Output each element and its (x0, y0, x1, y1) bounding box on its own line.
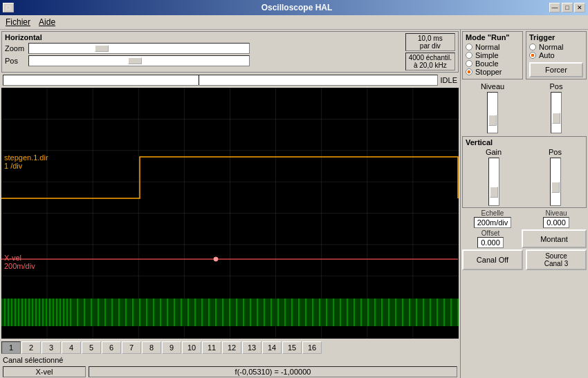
ch-btn-8[interactable]: 8 (142, 341, 161, 354)
title-bar: □ Oscilloscope HAL — □ ✕ (0, 0, 588, 15)
ch-btn-4[interactable]: 4 (62, 341, 81, 354)
ch-btn-7[interactable]: 7 (122, 341, 141, 354)
maximize-button[interactable]: □ (562, 3, 573, 12)
ch-btn-3[interactable]: 3 (42, 341, 61, 354)
trigger-section: Trigger Normal Auto Forcer (526, 31, 587, 79)
radio-trigger-auto[interactable] (529, 52, 536, 59)
mode-normal: Normal (475, 43, 499, 51)
trigger-pos-thumb[interactable] (552, 113, 560, 124)
echelle-value: 200m/div (474, 217, 512, 228)
zoom-label: Zoom (5, 44, 26, 53)
minimize-button[interactable]: — (549, 3, 560, 12)
niveau-slider-label: Niveau (481, 82, 504, 91)
mode-trigger-row: Mode "Run" Normal Simple Boucle Stopper (462, 31, 587, 79)
ch-btn-14[interactable]: 14 (262, 341, 282, 354)
vert-pos-thumb[interactable] (551, 182, 560, 193)
window-icon: □ (3, 3, 14, 12)
vertical-sliders: Gain Pos (466, 148, 583, 206)
pos-thumb[interactable] (128, 57, 142, 64)
vertical-section: Vertical Gain Pos (462, 136, 587, 208)
offset-label: Offset (481, 229, 500, 237)
menu-fichier[interactable]: Fichier (1, 16, 35, 28)
ch-btn-2[interactable]: 2 (21, 341, 41, 354)
trigger-pos-slider[interactable] (551, 92, 562, 133)
ch-btn-16[interactable]: 16 (302, 341, 322, 354)
gain-thumb[interactable] (490, 187, 498, 198)
right-panel: Mode "Run" Normal Simple Boucle Stopper (460, 30, 588, 378)
time-per-div: 10,0 ms par div (405, 33, 455, 51)
niveau-slider-container: Niveau (462, 82, 523, 133)
menu-bar: Fichier Aide (0, 15, 588, 30)
mode-stopper: Stopper (475, 68, 502, 76)
grid-svg (1, 88, 459, 339)
radio-normal[interactable] (466, 44, 472, 50)
trigger-label: Trigger (529, 33, 583, 41)
ch-btn-6[interactable]: 6 (102, 341, 121, 354)
horizontal-label: Horizontal (5, 33, 250, 41)
echelle-label: Echelle (481, 209, 504, 217)
ch1-label: stepgen.1.dir 1 /div (4, 153, 48, 170)
niveau-value: 0.000 (543, 217, 569, 228)
trigger-normal: Normal (539, 43, 563, 51)
canal-selectionne: Canal sélectionné (0, 355, 460, 365)
vert-pos-slider-container: Pos (527, 148, 583, 206)
menu-aide[interactable]: Aide (35, 16, 59, 28)
samples-info: 4000 échantil. à 20,0 kHz (405, 53, 455, 70)
ch-btn-12[interactable]: 12 (222, 341, 241, 354)
horizontal-section: Horizontal Zoom Pos 10 (1, 31, 459, 73)
niveau-label: Niveau (545, 209, 567, 217)
svg-point-17 (214, 257, 218, 261)
trigger-pos-slider-container: Pos (526, 82, 587, 133)
ch-btn-11[interactable]: 11 (202, 341, 221, 354)
pos-slider[interactable] (28, 55, 250, 66)
left-panel: Horizontal Zoom Pos 10 (0, 30, 460, 378)
ch-btn-13[interactable]: 13 (242, 341, 261, 354)
niveau-thumb[interactable] (488, 115, 497, 126)
vert-pos-slider[interactable] (550, 158, 561, 206)
channel-buttons: 1 2 3 4 5 6 7 8 9 10 11 12 13 14 15 16 (0, 340, 460, 355)
formula-display: f(-0,05310) = -1,00000 (89, 366, 457, 377)
gain-slider-container: Gain (466, 148, 522, 206)
ch-btn-9[interactable]: 9 (162, 341, 181, 354)
forcer-button[interactable]: Forcer (529, 62, 583, 77)
radio-simple[interactable] (466, 52, 472, 59)
mode-simple: Simple (475, 51, 499, 59)
trigger-sliders: Niveau Pos (462, 81, 587, 135)
radio-stopper[interactable] (466, 68, 472, 75)
bottom-controls: Echelle 200m/div Niveau 0.000 Offset 0.0… (462, 209, 587, 270)
window-title: Oscilloscope HAL (44, 3, 549, 12)
montant-button[interactable]: Montant (522, 229, 587, 248)
status-line (3, 75, 438, 86)
channel-name-display: X-vel (3, 366, 86, 377)
ch-btn-5[interactable]: 5 (82, 341, 101, 354)
gain-slider[interactable] (488, 158, 499, 206)
bottom-channels: 1 2 3 4 5 6 7 8 9 10 11 12 13 14 15 16 C… (0, 340, 460, 378)
ch-btn-10[interactable]: 10 (182, 341, 201, 354)
status-row: IDLE (0, 74, 460, 86)
trigger-pos-label: Pos (550, 82, 563, 91)
radio-trigger-normal[interactable] (529, 44, 536, 50)
canal-off-button[interactable]: Canal Off (462, 249, 523, 270)
cursor-line (199, 75, 199, 85)
zoom-slider[interactable] (28, 43, 250, 54)
source-canal-button[interactable]: Source Canal 3 (526, 249, 587, 270)
zoom-thumb[interactable] (95, 45, 109, 52)
mode-section: Mode "Run" Normal Simple Boucle Stopper (462, 31, 523, 79)
pos-label: Pos (5, 57, 26, 65)
ch-btn-1[interactable]: 1 (1, 341, 21, 354)
mode-label: Mode "Run" (466, 33, 520, 41)
close-button[interactable]: ✕ (574, 3, 585, 12)
status-text: IDLE (441, 76, 457, 84)
ch2-label: X-vel 200m/div (4, 254, 35, 270)
gain-label: Gain (486, 148, 502, 156)
offset-value: 0.000 (477, 237, 504, 248)
bottom-row: X-vel f(-0,05310) = -1,00000 (0, 365, 460, 378)
radio-boucle[interactable] (466, 60, 472, 67)
niveau-slider[interactable] (487, 92, 498, 133)
vert-pos-label: Pos (549, 148, 562, 156)
vertical-label: Vertical (466, 138, 583, 147)
ch-btn-15[interactable]: 15 (282, 341, 302, 354)
mode-boucle: Boucle (475, 59, 499, 68)
oscilloscope-canvas: stepgen.1.dir 1 /div X-vel 200m/div (1, 88, 459, 339)
trigger-auto: Auto (539, 51, 555, 59)
